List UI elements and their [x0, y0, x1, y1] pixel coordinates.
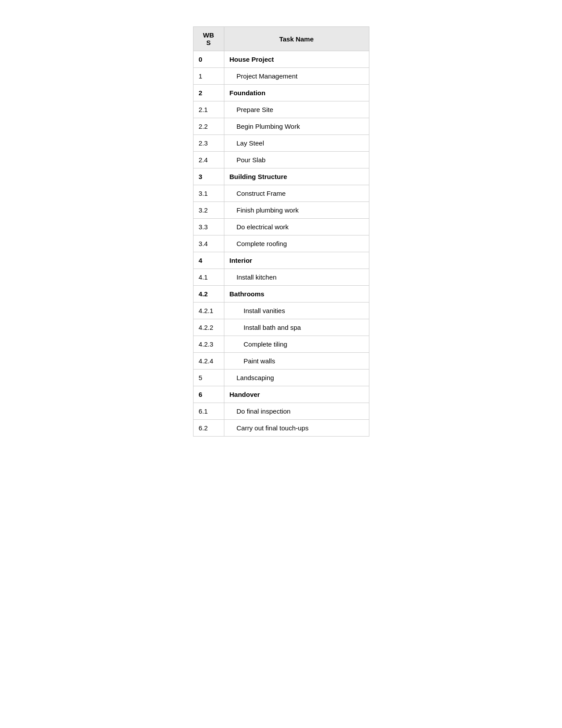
task-cell: Landscaping: [224, 370, 369, 386]
task-cell: Complete tiling: [224, 336, 369, 353]
table-row: 2.1Prepare Site: [193, 101, 369, 118]
table-row: 4.2.2Install bath and spa: [193, 319, 369, 336]
table-row: 6.1Do final inspection: [193, 403, 369, 420]
table-row: 4.2.3Complete tiling: [193, 336, 369, 353]
wbs-cell: 4: [193, 252, 224, 269]
table-row: 4.2.1Install vanities: [193, 302, 369, 319]
wbs-table-wrapper: WB S Task Name 0House Project1Project Ma…: [193, 26, 369, 702]
task-cell: Paint walls: [224, 353, 369, 370]
wbs-cell: 6.1: [193, 403, 224, 420]
task-cell: Bathrooms: [224, 286, 369, 302]
wbs-cell: 4.2.1: [193, 302, 224, 319]
task-cell: Carry out final touch-ups: [224, 420, 369, 437]
wbs-cell: 4.2: [193, 286, 224, 302]
task-cell: House Project: [224, 51, 369, 68]
wbs-cell: 1: [193, 68, 224, 85]
header-wbs: WB S: [193, 27, 224, 51]
table-row: 3Building Structure: [193, 168, 369, 185]
table-row: 5Landscaping: [193, 370, 369, 386]
wbs-cell: 2.3: [193, 135, 224, 152]
table-row: 4.1Install kitchen: [193, 269, 369, 286]
wbs-cell: 3.4: [193, 235, 224, 252]
task-cell: Construct Frame: [224, 185, 369, 202]
task-cell: Begin Plumbing Work: [224, 118, 369, 135]
task-cell: Install bath and spa: [224, 319, 369, 336]
table-row: 2.3Lay Steel: [193, 135, 369, 152]
table-row: 4.2.4Paint walls: [193, 353, 369, 370]
wbs-cell: 2.2: [193, 118, 224, 135]
task-cell: Lay Steel: [224, 135, 369, 152]
wbs-cell: 4.1: [193, 269, 224, 286]
wbs-cell: 3.1: [193, 185, 224, 202]
wbs-cell: 0: [193, 51, 224, 68]
table-row: 3.4Complete roofing: [193, 235, 369, 252]
wbs-cell: 3.3: [193, 219, 224, 235]
task-cell: Do final inspection: [224, 403, 369, 420]
task-cell: Prepare Site: [224, 101, 369, 118]
task-cell: Do electrical work: [224, 219, 369, 235]
table-row: 2.4Pour Slab: [193, 152, 369, 168]
wbs-cell: 2.1: [193, 101, 224, 118]
table-row: 2Foundation: [193, 85, 369, 101]
table-row: 4.2Bathrooms: [193, 286, 369, 302]
table-row: 6.2Carry out final touch-ups: [193, 420, 369, 437]
header-task: Task Name: [224, 27, 369, 51]
task-cell: Foundation: [224, 85, 369, 101]
table-row: 1Project Management: [193, 68, 369, 85]
task-cell: Building Structure: [224, 168, 369, 185]
wbs-cell: 2.4: [193, 152, 224, 168]
task-cell: Pour Slab: [224, 152, 369, 168]
wbs-cell: 3: [193, 168, 224, 185]
wbs-cell: 4.2.4: [193, 353, 224, 370]
table-row: 6Handover: [193, 386, 369, 403]
table-row: 4Interior: [193, 252, 369, 269]
task-cell: Install vanities: [224, 302, 369, 319]
task-cell: Project Management: [224, 68, 369, 85]
wbs-cell: 2: [193, 85, 224, 101]
task-cell: Complete roofing: [224, 235, 369, 252]
wbs-cell: 3.2: [193, 202, 224, 219]
table-row: 3.2Finish plumbing work: [193, 202, 369, 219]
wbs-cell: 6.2: [193, 420, 224, 437]
task-cell: Interior: [224, 252, 369, 269]
table-row: 3.1Construct Frame: [193, 185, 369, 202]
table-row: 2.2Begin Plumbing Work: [193, 118, 369, 135]
table-row: 0House Project: [193, 51, 369, 68]
table-row: 3.3Do electrical work: [193, 219, 369, 235]
wbs-cell: 5: [193, 370, 224, 386]
wbs-cell: 4.2.2: [193, 319, 224, 336]
wbs-cell: 4.2.3: [193, 336, 224, 353]
task-cell: Handover: [224, 386, 369, 403]
wbs-cell: 6: [193, 386, 224, 403]
task-cell: Install kitchen: [224, 269, 369, 286]
wbs-table: WB S Task Name 0House Project1Project Ma…: [193, 26, 369, 437]
table-header-row: WB S Task Name: [193, 27, 369, 51]
task-cell: Finish plumbing work: [224, 202, 369, 219]
